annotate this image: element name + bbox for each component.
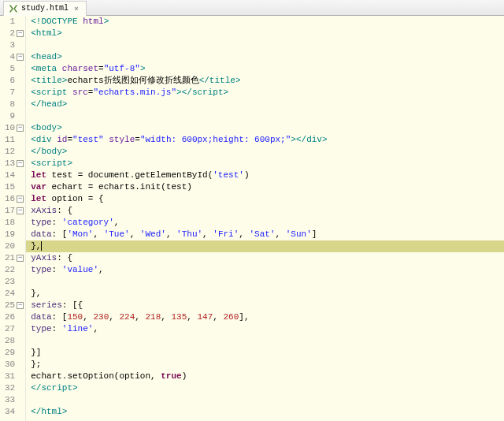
code-line[interactable]: type: 'category', bbox=[31, 217, 504, 229]
code-editor[interactable]: 12−34−5678910−111213−141516−17−18192021−… bbox=[0, 16, 504, 421]
gutter-line: 3 bbox=[5, 39, 24, 51]
token: true bbox=[161, 371, 181, 381]
line-number: 16 bbox=[5, 193, 15, 205]
code-line-content: }] bbox=[31, 347, 41, 359]
gutter-line: 11 bbox=[5, 134, 24, 146]
token: , bbox=[130, 229, 140, 239]
token: type bbox=[31, 218, 51, 227]
code-line[interactable]: type: 'line', bbox=[31, 323, 504, 335]
token: let bbox=[31, 194, 46, 203]
token: body bbox=[36, 123, 57, 132]
line-number: 8 bbox=[10, 99, 16, 110]
token: title bbox=[36, 76, 62, 85]
token: ], bbox=[239, 312, 249, 322]
fold-toggle-icon[interactable]: − bbox=[17, 255, 24, 262]
code-line[interactable]: <script> bbox=[31, 158, 504, 170]
code-line[interactable]: }, bbox=[31, 240, 504, 252]
code-line[interactable]: <body> bbox=[31, 122, 504, 134]
code-line[interactable]: }, bbox=[31, 288, 504, 300]
token: 'Tue' bbox=[104, 229, 130, 239]
line-number: 4 bbox=[10, 51, 16, 63]
token: < bbox=[31, 76, 36, 85]
fold-toggle-icon[interactable]: − bbox=[17, 54, 24, 61]
code-line[interactable]: data: [150, 230, 224, 218, 135, 147, 260… bbox=[31, 311, 504, 323]
code-line[interactable]: }] bbox=[31, 347, 504, 359]
code-line[interactable]: xAxis: { bbox=[31, 205, 504, 217]
token: < bbox=[31, 123, 36, 132]
code-line[interactable]: }; bbox=[31, 359, 504, 371]
editor-tab[interactable]: study.html ⨯ bbox=[3, 1, 87, 16]
fold-toggle-icon[interactable]: − bbox=[17, 160, 24, 167]
close-icon[interactable]: ⨯ bbox=[72, 4, 81, 13]
code-line[interactable]: </head> bbox=[31, 99, 504, 110]
code-line[interactable]: data: ['Mon', 'Tue', 'Wed', 'Thu', 'Fri'… bbox=[31, 229, 504, 240]
fold-toggle-icon[interactable]: − bbox=[17, 302, 24, 309]
token: : { bbox=[57, 253, 72, 263]
fold-spacer bbox=[17, 42, 24, 49]
token: 'Sat' bbox=[250, 229, 276, 239]
gutter-line: 32 bbox=[5, 382, 24, 394]
fold-spacer bbox=[17, 397, 24, 404]
code-line[interactable]: type: 'value', bbox=[31, 264, 504, 276]
line-number: 1 bbox=[10, 16, 16, 28]
token bbox=[57, 64, 62, 73]
code-line[interactable]: <head> bbox=[31, 51, 504, 63]
code-line[interactable] bbox=[31, 39, 504, 51]
line-number: 3 bbox=[10, 39, 16, 51]
line-number: 28 bbox=[5, 335, 15, 347]
code-line[interactable]: <html> bbox=[31, 28, 504, 39]
code-line[interactable]: var echart = echarts.init(test) bbox=[31, 181, 504, 193]
token: > bbox=[104, 17, 109, 26]
code-line[interactable]: echart.setOption(option, true) bbox=[31, 371, 504, 382]
token: , bbox=[109, 312, 119, 322]
token: , bbox=[98, 265, 104, 274]
code-line[interactable]: let test = document.getElementById('test… bbox=[31, 170, 504, 181]
gutter-line: 25− bbox=[5, 300, 24, 311]
code-area[interactable]: <!DOCTYPE html><html> <head> <meta chars… bbox=[26, 16, 504, 421]
gutter-line: 5 bbox=[5, 63, 24, 75]
code-line[interactable]: </body> bbox=[31, 146, 504, 158]
token: , bbox=[276, 229, 286, 239]
code-line[interactable]: let option = { bbox=[31, 193, 504, 205]
fold-spacer bbox=[17, 266, 24, 274]
line-number: 23 bbox=[5, 276, 15, 288]
line-number: 11 bbox=[5, 134, 15, 146]
fold-toggle-icon[interactable]: − bbox=[17, 207, 24, 214]
code-line[interactable] bbox=[31, 110, 504, 122]
code-line[interactable]: <!DOCTYPE html> bbox=[31, 16, 504, 28]
fold-spacer bbox=[17, 219, 24, 226]
token: > bbox=[67, 158, 72, 168]
token: script bbox=[192, 88, 224, 97]
line-number-gutter: 12−34−5678910−111213−141516−17−18192021−… bbox=[0, 16, 26, 421]
code-line[interactable] bbox=[31, 276, 504, 288]
token: 'value' bbox=[62, 265, 98, 274]
code-line[interactable]: <script src="echarts.min.js"></script> bbox=[31, 87, 504, 99]
code-line-content: xAxis: { bbox=[31, 205, 72, 217]
fold-toggle-icon[interactable]: − bbox=[17, 196, 24, 203]
code-line[interactable]: <meta charset="utf-8"> bbox=[31, 63, 504, 75]
code-line[interactable]: yAxis: { bbox=[31, 252, 504, 264]
line-number: 19 bbox=[5, 229, 15, 240]
code-line[interactable]: <title>echarts折线图如何修改折线颜色</title> bbox=[31, 75, 504, 87]
token: > bbox=[62, 407, 68, 416]
fold-spacer bbox=[17, 290, 24, 297]
line-number: 29 bbox=[5, 347, 15, 359]
token: echarts折线图如何修改折线颜色 bbox=[67, 76, 198, 85]
token: , bbox=[202, 229, 213, 239]
token: head bbox=[41, 99, 61, 109]
code-line[interactable]: series: [{ bbox=[31, 300, 504, 311]
code-line[interactable]: </script> bbox=[31, 382, 504, 394]
code-line[interactable] bbox=[31, 394, 504, 406]
token: echart bbox=[46, 182, 88, 192]
fold-toggle-icon[interactable]: − bbox=[17, 30, 24, 37]
gutter-line: 33 bbox=[5, 394, 24, 406]
tab-filename: study.html bbox=[21, 4, 69, 13]
code-line-content: <head> bbox=[31, 51, 62, 63]
fold-toggle-icon[interactable]: − bbox=[17, 125, 24, 132]
token: option bbox=[46, 194, 88, 203]
code-line[interactable] bbox=[31, 335, 504, 347]
code-line[interactable]: </html> bbox=[31, 406, 504, 418]
gutter-line: 21− bbox=[5, 252, 24, 264]
gutter-line: 14 bbox=[5, 170, 24, 181]
code-line[interactable]: <div id="test" style="width: 600px;heigh… bbox=[31, 134, 504, 146]
